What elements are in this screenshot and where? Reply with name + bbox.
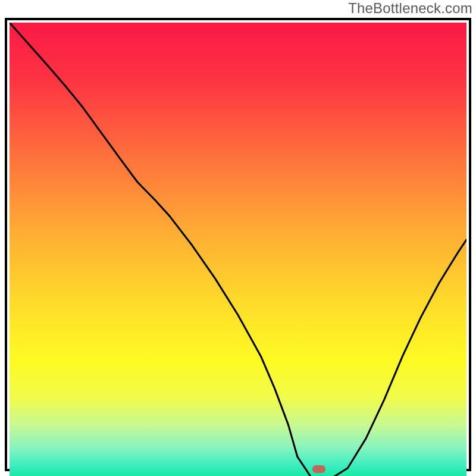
page-root: TheBottleneck.com: [0, 0, 476, 476]
bottleneck-curve: [10, 23, 466, 476]
watermark-text: TheBottleneck.com: [348, 0, 472, 17]
chart-frame: [5, 18, 471, 471]
plot-area: [10, 23, 466, 466]
bottleneck-marker: [312, 465, 325, 473]
